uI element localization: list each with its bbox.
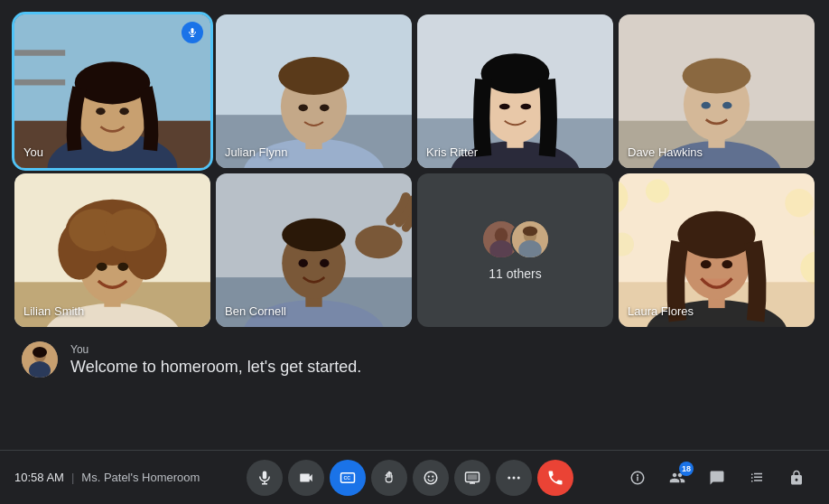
video-grid: You Julian Flynn bbox=[0, 0, 829, 334]
svg-point-60 bbox=[489, 240, 512, 259]
center-controls: CC bbox=[247, 460, 573, 496]
svg-point-67 bbox=[646, 180, 669, 203]
tile-dave[interactable]: Dave Hawkins bbox=[619, 14, 815, 168]
others-count: 11 others bbox=[489, 266, 541, 281]
svg-rect-10 bbox=[191, 28, 194, 33]
tile-julian[interactable]: Julian Flynn bbox=[216, 14, 412, 168]
message-avatar bbox=[22, 341, 58, 378]
meeting-divider: | bbox=[71, 471, 74, 484]
present-button[interactable] bbox=[454, 460, 490, 496]
tile-dave-label: Dave Hawkins bbox=[628, 145, 703, 159]
svg-rect-3 bbox=[14, 79, 65, 86]
svg-point-63 bbox=[522, 226, 536, 236]
more-button[interactable] bbox=[496, 460, 532, 496]
svg-point-48 bbox=[117, 263, 128, 271]
message-content: You Welcome to homeroom, let's get start… bbox=[70, 343, 361, 377]
svg-point-78 bbox=[722, 260, 732, 268]
svg-point-97 bbox=[517, 476, 519, 479]
tile-lilian[interactable]: Lilian Smith bbox=[14, 173, 210, 327]
svg-rect-2 bbox=[14, 50, 65, 56]
svg-point-18 bbox=[278, 57, 349, 95]
message-sender: You bbox=[70, 343, 361, 356]
people-button[interactable]: 18 bbox=[659, 460, 695, 496]
emoji-button[interactable] bbox=[413, 460, 449, 496]
tile-you[interactable]: You bbox=[14, 14, 210, 168]
activities-button[interactable] bbox=[739, 460, 775, 496]
tile-others[interactable]: 11 others bbox=[417, 173, 613, 327]
svg-point-20 bbox=[320, 104, 329, 111]
tile-kris-label: Kris Ritter bbox=[426, 145, 478, 159]
tile-ben-label: Ben Cornell bbox=[225, 304, 286, 318]
info-button[interactable] bbox=[619, 460, 656, 496]
mic-active-badge bbox=[182, 22, 203, 43]
lock-button[interactable] bbox=[778, 460, 815, 496]
svg-point-81 bbox=[33, 347, 47, 358]
svg-point-28 bbox=[520, 104, 531, 110]
end-call-button[interactable] bbox=[537, 460, 573, 496]
tile-kris[interactable]: Kris Ritter bbox=[417, 14, 613, 168]
right-controls: 18 bbox=[619, 460, 815, 496]
svg-point-47 bbox=[97, 263, 107, 271]
svg-point-57 bbox=[355, 226, 402, 259]
cc-button[interactable]: CC bbox=[330, 460, 366, 496]
svg-point-95 bbox=[508, 476, 510, 479]
svg-point-89 bbox=[427, 475, 429, 477]
svg-rect-94 bbox=[467, 474, 477, 480]
message-text: Welcome to homeroom, let's get started. bbox=[70, 358, 361, 377]
camera-button[interactable] bbox=[288, 460, 324, 496]
svg-point-77 bbox=[701, 260, 712, 268]
message-area: You Welcome to homeroom, let's get start… bbox=[0, 334, 829, 385]
svg-point-76 bbox=[677, 211, 755, 258]
svg-point-36 bbox=[722, 102, 731, 109]
svg-point-8 bbox=[96, 107, 105, 115]
svg-point-27 bbox=[499, 104, 510, 110]
tile-julian-label: Julian Flynn bbox=[225, 145, 287, 159]
meeting-info: 10:58 AM | Ms. Patel's Homeroom bbox=[14, 471, 200, 484]
svg-point-56 bbox=[320, 259, 329, 267]
svg-point-68 bbox=[785, 189, 813, 217]
svg-point-9 bbox=[119, 107, 128, 115]
svg-rect-83 bbox=[262, 471, 266, 479]
raise-hand-button[interactable] bbox=[371, 460, 407, 496]
chat-button[interactable] bbox=[699, 460, 735, 496]
svg-point-34 bbox=[683, 58, 751, 93]
svg-point-88 bbox=[424, 471, 437, 484]
tile-ben[interactable]: Ben Cornell bbox=[216, 173, 412, 327]
svg-point-35 bbox=[702, 102, 711, 109]
svg-text:CC: CC bbox=[343, 475, 350, 481]
svg-point-19 bbox=[299, 104, 308, 111]
mic-button[interactable] bbox=[247, 460, 283, 496]
tile-laura[interactable]: Laura Flores bbox=[619, 173, 815, 327]
people-badge: 18 bbox=[679, 462, 694, 476]
svg-point-55 bbox=[299, 259, 308, 267]
meeting-name: Ms. Patel's Homeroom bbox=[81, 471, 200, 484]
svg-point-90 bbox=[432, 475, 433, 477]
others-avatar-group bbox=[481, 219, 550, 259]
tile-laura-label: Laura Flores bbox=[628, 304, 694, 318]
tile-lilian-label: Lilian Smith bbox=[23, 304, 84, 318]
svg-point-26 bbox=[481, 53, 550, 93]
svg-point-64 bbox=[518, 240, 541, 259]
bottom-bar: 10:58 AM | Ms. Patel's Homeroom CC bbox=[0, 450, 829, 504]
tile-you-label: You bbox=[23, 145, 43, 159]
meeting-time: 10:58 AM bbox=[14, 471, 64, 484]
svg-point-7 bbox=[75, 61, 151, 104]
svg-point-46 bbox=[104, 209, 156, 251]
svg-point-54 bbox=[282, 219, 346, 252]
svg-point-96 bbox=[512, 476, 515, 479]
